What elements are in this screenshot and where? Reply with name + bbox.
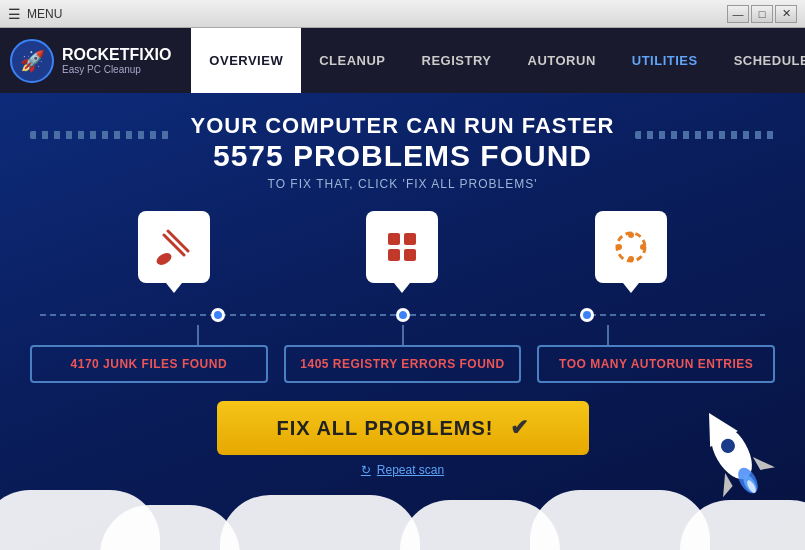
result-junk-files[interactable]: 4170 JUNK FILES FOUND [30,345,268,383]
nav-item-autorun[interactable]: AUTORUN [510,28,614,93]
logo-icon: 🚀 [10,39,54,83]
clouds [0,490,805,550]
repeat-scan-label: Repeat scan [377,463,444,477]
close-button[interactable]: ✕ [775,5,797,23]
checkmark-icon: ✔ [510,415,529,441]
hamburger-icon: ☰ [8,6,21,22]
registry-icon [382,227,422,267]
repeat-icon: ↻ [361,463,371,477]
results-row: 4170 JUNK FILES FOUND 1405 REGISTRY ERRO… [30,345,775,383]
svg-rect-4 [404,233,416,245]
connector-1 [197,325,199,345]
titlebar-controls: — □ ✕ [727,5,797,23]
logo: 🚀 ROCKETFIXIO Easy PC Cleanup [10,39,171,83]
fix-btn-label: FIX ALL PROBLEMS! [277,417,494,440]
menu-label: MENU [27,7,62,21]
svg-point-10 [628,256,634,262]
svg-rect-3 [388,233,400,245]
nav-item-registry[interactable]: REGISTRY [404,28,510,93]
logo-title: ROCKETFIXIO [62,46,171,64]
timeline-dot-1 [211,308,225,322]
result-autorun-entries[interactable]: TOO MANY AUTORUN ENTRIES [537,345,775,383]
autorun-card [595,211,667,283]
logo-subtitle: Easy PC Cleanup [62,64,171,75]
titlebar-left: ☰ MENU [8,6,62,22]
cloud-3 [220,495,420,550]
main-content: YOUR COMPUTER CAN RUN FASTER 5575 PROBLE… [0,93,805,550]
dashes-left [30,131,170,139]
svg-rect-5 [388,249,400,261]
result-registry-errors[interactable]: 1405 REGISTRY ERRORS FOUND [284,345,522,383]
autorun-icon [611,227,651,267]
nav-item-cleanup[interactable]: CLEANUP [301,28,403,93]
nav-item-scheduler[interactable]: SCHEDULER [716,28,805,93]
svg-rect-6 [404,249,416,261]
minimize-button[interactable]: — [727,5,749,23]
svg-marker-16 [753,450,775,474]
svg-point-8 [628,232,634,238]
cleanup-card [138,211,210,283]
svg-point-2 [155,251,174,267]
timeline-dot-2 [396,308,410,322]
connector-3 [607,325,609,345]
svg-point-11 [616,244,622,250]
dashes-right [635,131,775,139]
nav-items: OVERVIEW CLEANUP REGISTRY AUTORUN UTILIT… [191,28,805,93]
svg-point-9 [640,244,646,250]
broom-icon [154,227,194,267]
timeline [40,305,765,325]
timeline-dot-3 [580,308,594,322]
header-section: YOUR COMPUTER CAN RUN FASTER 5575 PROBLE… [0,93,805,191]
titlebar: ☰ MENU — □ ✕ [0,0,805,28]
logo-text: ROCKETFIXIO Easy PC Cleanup [62,46,171,75]
navbar: 🚀 ROCKETFIXIO Easy PC Cleanup OVERVIEW C… [0,28,805,93]
icons-row [60,211,745,283]
connectors [95,325,710,345]
header-problems: 5575 PROBLEMS FOUND [0,139,805,173]
nav-item-overview[interactable]: OVERVIEW [191,28,301,93]
header-sub: TO FIX THAT, CLICK 'FIX ALL PROBLEMS' [0,177,805,191]
nav-item-utilities[interactable]: UTILITIES [614,28,716,93]
fix-all-button[interactable]: FIX ALL PROBLEMS! ✔ [217,401,589,455]
registry-card [366,211,438,283]
maximize-button[interactable]: □ [751,5,773,23]
connector-2 [402,325,404,345]
repeat-scan-link[interactable]: ↻ Repeat scan [0,463,805,477]
